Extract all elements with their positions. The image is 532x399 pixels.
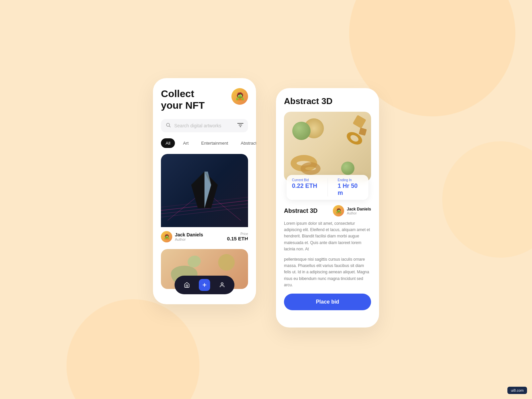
nav-home[interactable]: [181, 279, 193, 291]
author-avatar-1: 🧟: [161, 231, 172, 242]
detail-artwork-name: Abstract 3D: [284, 207, 318, 214]
svg-line-1: [169, 126, 171, 127]
organic-decor-2: [218, 254, 235, 271]
nav-add[interactable]: [199, 279, 210, 291]
price-block-1: Price 0.15 ETH: [227, 232, 248, 241]
ending-in-block: Ending In 1 Hr 50 m: [338, 178, 363, 197]
detail-title: Abstract 3D: [284, 96, 371, 106]
detail-author-text: Jack Daniels Author: [347, 207, 371, 215]
3d-cube-1: [353, 115, 366, 129]
detail-author-role: Author: [347, 211, 371, 215]
search-bar[interactable]: Search digital artworks: [161, 119, 248, 132]
current-bid-value: 0.22 ETH: [292, 183, 318, 190]
screen1-header: Collect your NFT 🧟: [161, 88, 248, 111]
author-role-1: Author: [175, 237, 203, 241]
3d-cube-2: [359, 128, 367, 136]
3d-donut-2: [301, 162, 321, 175]
tab-all[interactable]: All: [161, 138, 175, 148]
ending-in-label: Ending In: [338, 178, 363, 182]
filter-icon[interactable]: [237, 123, 243, 129]
screens-container: Collect your NFT 🧟 Search digital artwor…: [153, 78, 379, 328]
3d-sphere-2: [341, 162, 354, 175]
bottom-nav: [175, 276, 234, 294]
description-1: Lorem ipsum dolor sit amet, consectetur …: [284, 220, 371, 252]
detail-author-avatar: 🧟: [333, 205, 344, 216]
screen1-title-line1: Collect: [161, 88, 205, 100]
nft-card-1[interactable]: 🧟 Jack Daniels Author Price 0.15 ETH: [161, 154, 248, 244]
bid-divider: [328, 178, 328, 197]
author-info-1: 🧟 Jack Daniels Author: [161, 231, 203, 242]
category-tabs: All Art Entertainment Abstract: [161, 138, 248, 148]
svg-point-16: [221, 283, 223, 285]
phone-screen-2: Abstract 3D Current Bid 0.22 ETH Ending …: [276, 88, 379, 328]
3d-sphere-1: [292, 122, 311, 140]
tab-art[interactable]: Art: [178, 138, 193, 148]
artwork-3d-image: [284, 112, 371, 182]
gem-shape: [190, 170, 219, 211]
user-avatar[interactable]: 🧟: [231, 88, 248, 105]
price-value-1: 0.15 ETH: [227, 236, 248, 241]
watermark: ui8.com: [507, 387, 527, 394]
tab-entertainment[interactable]: Entertainment: [197, 138, 233, 148]
phone-screen-1: Collect your NFT 🧟 Search digital artwor…: [153, 78, 256, 304]
search-icon: [166, 122, 171, 129]
screen1-title-line2: your NFT: [161, 100, 205, 111]
description-2: pellentesque nisi sagittis cursus iaculi…: [284, 256, 371, 288]
current-bid-block: Current Bid 0.22 ETH: [292, 178, 318, 197]
detail-author-block: 🧟 Jack Daniels Author: [333, 205, 371, 216]
ending-in-value: 1 Hr 50 m: [338, 183, 363, 197]
nft-card-footer-1: 🧟 Jack Daniels Author Price 0.15 ETH: [161, 227, 248, 244]
bg-decoration-3: [442, 141, 532, 258]
price-label-1: Price: [227, 232, 248, 236]
tab-abstract[interactable]: Abstract: [236, 138, 256, 148]
search-placeholder-text: Search digital artworks: [174, 123, 234, 128]
nft-image-1: [161, 154, 248, 227]
bid-overlay: Current Bid 0.22 ETH Ending In 1 Hr 50 m: [287, 175, 368, 200]
author-text-1: Jack Daniels Author: [175, 232, 203, 241]
screen1-title: Collect your NFT: [161, 88, 205, 111]
author-name-1: Jack Daniels: [175, 232, 203, 237]
nav-profile[interactable]: [216, 279, 228, 291]
detail-artwork-row: Abstract 3D 🧟 Jack Daniels Author: [284, 205, 371, 216]
place-bid-button[interactable]: Place bid: [284, 294, 371, 310]
svg-point-0: [167, 123, 170, 126]
detail-author-name: Jack Daniels: [347, 207, 371, 211]
current-bid-label: Current Bid: [292, 178, 318, 182]
